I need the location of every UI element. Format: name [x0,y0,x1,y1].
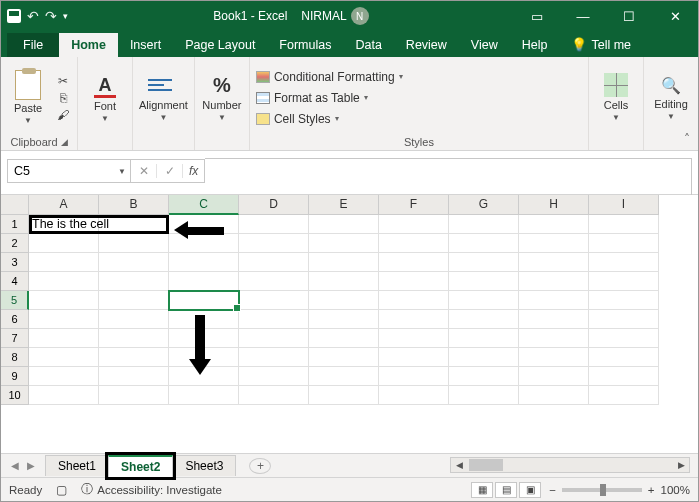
minimize-button[interactable]: — [560,1,606,31]
cell-E3[interactable] [309,253,379,272]
cell-F8[interactable] [379,348,449,367]
chevron-down-icon[interactable]: ▼ [118,167,126,176]
cell-G3[interactable] [449,253,519,272]
format-painter-icon[interactable]: 🖌 [55,108,71,122]
fx-icon[interactable]: fx [183,164,204,178]
column-header-H[interactable]: H [519,195,589,215]
column-header-I[interactable]: I [589,195,659,215]
cell-F3[interactable] [379,253,449,272]
scroll-right-icon[interactable]: ▶ [673,460,689,470]
cell-B7[interactable] [99,329,169,348]
column-header-D[interactable]: D [239,195,309,215]
cell-A4[interactable] [29,272,99,291]
sheet-nav-next-icon[interactable]: ▶ [27,460,35,471]
tab-view[interactable]: View [459,33,510,57]
cell-H8[interactable] [519,348,589,367]
cell-I7[interactable] [589,329,659,348]
copy-icon[interactable]: ⎘ [55,91,71,105]
cell-A5[interactable] [29,291,99,310]
row-header-1[interactable]: 1 [1,215,29,234]
cell-H5[interactable] [519,291,589,310]
cell-F10[interactable] [379,386,449,405]
cell-E9[interactable] [309,367,379,386]
cell-D4[interactable] [239,272,309,291]
tab-data[interactable]: Data [343,33,393,57]
row-header-3[interactable]: 3 [1,253,29,272]
cell-I2[interactable] [589,234,659,253]
name-box[interactable]: C5 ▼ [7,159,131,183]
cell-F2[interactable] [379,234,449,253]
cell-G9[interactable] [449,367,519,386]
cell-F4[interactable] [379,272,449,291]
cell-F6[interactable] [379,310,449,329]
alignment-button[interactable]: Alignment ▼ [139,73,188,122]
enter-formula-icon[interactable]: ✓ [157,164,183,178]
redo-icon[interactable]: ↷ [45,8,57,24]
column-header-E[interactable]: E [309,195,379,215]
view-page-break-icon[interactable]: ▣ [519,482,541,498]
view-normal-icon[interactable]: ▦ [471,482,493,498]
collapse-ribbon-icon[interactable]: ˄ [684,132,690,146]
sheet-tab-sheet2[interactable]: Sheet2 [108,455,173,477]
zoom-in-icon[interactable]: + [648,484,655,496]
tab-home[interactable]: Home [59,33,118,57]
new-sheet-button[interactable]: + [249,458,271,474]
cell-B8[interactable] [99,348,169,367]
cell-A10[interactable] [29,386,99,405]
cell-G8[interactable] [449,348,519,367]
column-header-A[interactable]: A [29,195,99,215]
macro-record-icon[interactable]: ▢ [56,483,67,497]
cell-D2[interactable] [239,234,309,253]
scroll-thumb[interactable] [469,459,503,471]
maximize-button[interactable]: ☐ [606,1,652,31]
cell-A3[interactable] [29,253,99,272]
cell-D3[interactable] [239,253,309,272]
cell-F7[interactable] [379,329,449,348]
row-header-4[interactable]: 4 [1,272,29,291]
cell-I10[interactable] [589,386,659,405]
cell-D10[interactable] [239,386,309,405]
cells-button[interactable]: Cells ▼ [595,73,637,122]
row-header-10[interactable]: 10 [1,386,29,405]
cell-B9[interactable] [99,367,169,386]
column-header-B[interactable]: B [99,195,169,215]
tell-me-search[interactable]: 💡 Tell me [559,32,643,57]
cell-G2[interactable] [449,234,519,253]
cell-A6[interactable] [29,310,99,329]
undo-icon[interactable]: ↶ [27,8,39,24]
cell-E4[interactable] [309,272,379,291]
cell-B3[interactable] [99,253,169,272]
cell-I8[interactable] [589,348,659,367]
cell-I4[interactable] [589,272,659,291]
cell-H9[interactable] [519,367,589,386]
user-account[interactable]: NIRMAL N [301,7,368,25]
cell-I9[interactable] [589,367,659,386]
cell-D1[interactable] [239,215,309,234]
tab-review[interactable]: Review [394,33,459,57]
cell-C5[interactable] [169,291,239,310]
row-header-6[interactable]: 6 [1,310,29,329]
cell-B10[interactable] [99,386,169,405]
cell-F9[interactable] [379,367,449,386]
column-header-F[interactable]: F [379,195,449,215]
cell-E2[interactable] [309,234,379,253]
dialog-launcher-icon[interactable]: ◢ [61,137,68,147]
view-page-layout-icon[interactable]: ▤ [495,482,517,498]
scroll-left-icon[interactable]: ◀ [451,460,467,470]
zoom-slider[interactable] [562,488,642,492]
cell-D6[interactable] [239,310,309,329]
row-header-8[interactable]: 8 [1,348,29,367]
cell-F5[interactable] [379,291,449,310]
zoom-out-icon[interactable]: − [549,484,556,496]
cell-B4[interactable] [99,272,169,291]
cell-I6[interactable] [589,310,659,329]
cell-E1[interactable] [309,215,379,234]
cell-H2[interactable] [519,234,589,253]
conditional-formatting-button[interactable]: Conditional Formatting▾ [256,67,403,86]
cell-C10[interactable] [169,386,239,405]
ribbon-options-icon[interactable]: ▭ [514,1,560,31]
cell-H3[interactable] [519,253,589,272]
sheet-nav-prev-icon[interactable]: ◀ [11,460,19,471]
cell-H4[interactable] [519,272,589,291]
cell-E10[interactable] [309,386,379,405]
